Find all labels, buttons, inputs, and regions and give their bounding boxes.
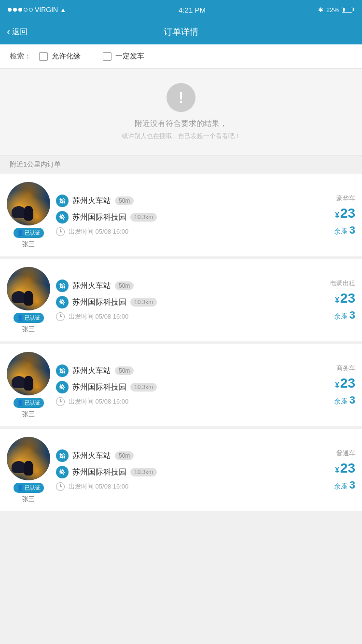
route-info: 始 苏州火车站 50m 终 苏州国际科技园 10.3km 出发时间 05/08 … (56, 449, 308, 491)
seats-info: 余座 3 (334, 224, 355, 237)
end-distance: 10.3km (130, 383, 157, 392)
end-badge: 终 (56, 296, 69, 308)
time-row: 出发时间 05/08 16:00 (56, 227, 308, 236)
dot4 (24, 8, 28, 12)
price: ¥ 23 (335, 461, 355, 476)
seats-info: 余座 3 (334, 309, 355, 322)
end-distance: 10.3km (130, 468, 157, 476)
price: ¥ 23 (335, 376, 355, 391)
price-value: 23 (340, 291, 355, 306)
price-value: 23 (340, 376, 355, 391)
end-badge: 终 (56, 466, 69, 478)
driver-name: 张三 (22, 410, 35, 419)
start-distance: 50m (115, 366, 134, 375)
empty-sub-text: 或许别人也在搜哦，自己发起一个看看吧！ (122, 132, 241, 140)
route-info: 始 苏州火车站 50m 终 苏州国际科技园 10.3km 出发时间 05/08 … (56, 364, 308, 406)
empty-icon: ! (167, 83, 195, 112)
seats-info: 余座 3 (334, 479, 355, 491)
bluetooth-icon: ✱ (318, 6, 323, 14)
end-station: 苏州国际科技园 (72, 212, 126, 223)
departure-time: 出发时间 05/08 16:00 (69, 312, 128, 321)
empty-main-text: 附近没有符合要求的结果， (135, 119, 227, 129)
departure-time: 出发时间 05/08 16:00 (69, 397, 128, 406)
option2-label: 一定发车 (115, 52, 144, 61)
wifi-icon: ▲ (60, 6, 66, 14)
route-info: 始 苏州火车站 50m 终 苏州国际科技园 10.3km 出发时间 05/08 … (56, 195, 308, 236)
price-info: 普通车 ¥ 23 余座 3 (314, 449, 355, 491)
yen-symbol: ¥ (335, 466, 339, 475)
verified-person-icon: 👤 (17, 230, 24, 236)
option1-item[interactable]: 允许化缘 (39, 52, 81, 61)
end-distance: 10.3km (130, 213, 157, 222)
end-row: 终 苏州国际科技园 10.3km (56, 381, 308, 393)
departure-time: 出发时间 05/08 16:00 (69, 227, 128, 236)
verified-label: 已认证 (25, 399, 41, 406)
price: ¥ 23 (335, 206, 355, 221)
avatar (7, 437, 50, 480)
price-info: 豪华车 ¥ 23 余座 3 (314, 194, 355, 237)
start-distance: 50m (115, 451, 134, 460)
avatar-wrap: 👤 已认证 张三 (7, 182, 50, 249)
battery-body (342, 7, 352, 13)
end-station: 苏州国际科技园 (72, 467, 126, 477)
avatar-image (7, 352, 50, 395)
driver-name: 张三 (22, 240, 35, 249)
verified-badge: 👤 已认证 (14, 228, 44, 238)
option2-checkbox[interactable] (103, 52, 111, 61)
time-row: 出发时间 05/08 16:00 (56, 312, 308, 321)
verified-badge: 👤 已认证 (14, 483, 44, 493)
start-station: 苏州火车站 (72, 451, 111, 461)
start-badge: 始 (56, 195, 69, 207)
price-info: 电调出租 ¥ 23 余座 3 (314, 279, 355, 322)
back-button[interactable]: ‹ 返回 (7, 26, 28, 38)
yen-symbol: ¥ (335, 211, 339, 220)
route-info: 始 苏州火车站 50m 终 苏州国际科技园 10.3km 出发时间 05/08 … (56, 280, 308, 321)
verified-label: 已认证 (25, 314, 41, 322)
start-row: 始 苏州火车站 50m (56, 280, 308, 292)
price-info: 商务车 ¥ 23 余座 3 (314, 364, 355, 406)
status-left: VIRGIN ▲ (8, 6, 66, 14)
battery-tip (353, 8, 354, 11)
page-title: 订单详情 (164, 26, 198, 38)
avatar (7, 267, 50, 310)
verified-person-icon: 👤 (17, 400, 24, 406)
verified-badge: 👤 已认证 (14, 398, 44, 408)
avatar-image (7, 437, 50, 480)
signal-dots (8, 8, 33, 12)
avatar-wrap: 👤 已认证 张三 (7, 267, 50, 334)
order-card[interactable]: 👤 已认证 张三 始 苏州火车站 50m 终 苏州国际科技园 10.3km 出发… (0, 174, 362, 259)
back-label: 返回 (12, 27, 28, 37)
start-badge: 始 (56, 449, 69, 462)
clock-icon (56, 482, 65, 491)
order-card[interactable]: 👤 已认证 张三 始 苏州火车站 50m 终 苏州国际科技园 10.3km 出发… (0, 344, 362, 429)
start-distance: 50m (115, 281, 134, 290)
start-row: 始 苏州火车站 50m (56, 449, 308, 462)
price-value: 23 (340, 206, 355, 221)
orders-list: 👤 已认证 张三 始 苏州火车站 50m 终 苏州国际科技园 10.3km 出发… (0, 174, 362, 514)
end-row: 终 苏州国际科技园 10.3km (56, 466, 308, 478)
seats-info: 余座 3 (334, 394, 355, 406)
avatar (7, 352, 50, 395)
nearby-section-header: 附近1公里内订单 (0, 155, 362, 174)
car-type: 普通车 (336, 449, 355, 458)
option1-checkbox[interactable] (39, 52, 48, 61)
order-card[interactable]: 👤 已认证 张三 始 苏州火车站 50m 终 苏州国际科技园 10.3km 出发… (0, 429, 362, 514)
search-label: 检索： (10, 52, 31, 61)
seats-count: 3 (349, 224, 355, 236)
end-row: 终 苏州国际科技园 10.3km (56, 296, 308, 308)
start-distance: 50m (115, 196, 134, 205)
avatar-image (7, 267, 50, 310)
battery-percent: 22% (326, 6, 339, 14)
driver-name: 张三 (22, 495, 35, 504)
avatar-wrap: 👤 已认证 张三 (7, 352, 50, 419)
verified-person-icon: 👤 (17, 315, 24, 321)
start-station: 苏州火车站 (72, 366, 111, 376)
option2-item[interactable]: 一定发车 (103, 52, 144, 61)
order-card[interactable]: 👤 已认证 张三 始 苏州火车站 50m 终 苏州国际科技园 10.3km 出发… (0, 259, 362, 344)
dot1 (8, 8, 12, 12)
start-row: 始 苏州火车站 50m (56, 364, 308, 377)
end-badge: 终 (56, 381, 69, 393)
empty-section: ! 附近没有符合要求的结果， 或许别人也在搜哦，自己发起一个看看吧！ (0, 69, 362, 155)
battery-fill (343, 8, 345, 12)
nav-bar: ‹ 返回 订单详情 (0, 19, 362, 44)
